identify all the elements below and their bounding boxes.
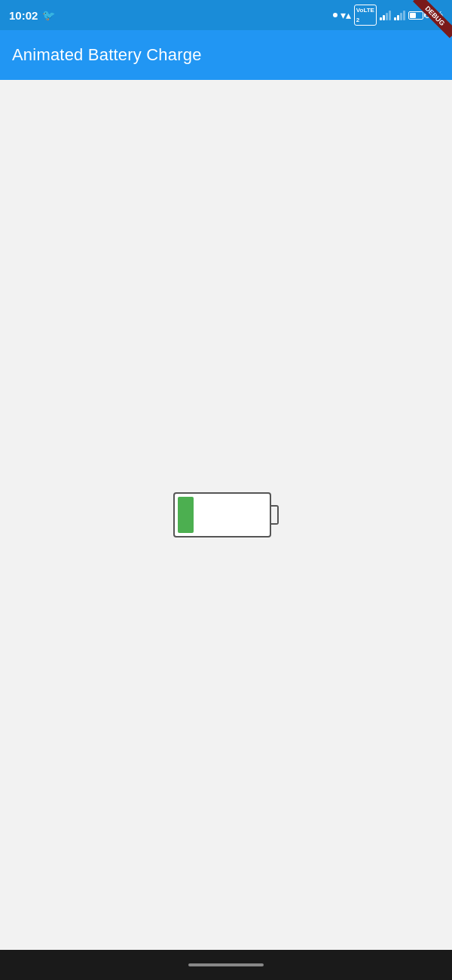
signal-bar-2 <box>383 15 385 20</box>
status-time: 10:02 <box>9 9 38 22</box>
debug-banner: DEBUG <box>407 0 452 45</box>
debug-label: DEBUG <box>414 0 452 38</box>
status-bar: 10:02 🐦 ▾▴ VoLTE2 52% <box>0 0 452 30</box>
signal-bar-6 <box>397 15 399 20</box>
bottom-nav-bar <box>0 950 452 980</box>
signal-bar-8 <box>403 11 405 20</box>
lte-badge: VoLTE2 <box>354 5 377 26</box>
signal-bars <box>380 10 391 20</box>
battery-charge-fill <box>178 497 194 533</box>
app-bar: Animated Battery Charge <box>0 30 452 80</box>
wifi-icon: ▾▴ <box>341 9 351 21</box>
signal-bar-3 <box>386 13 388 20</box>
signal-bar-1 <box>380 17 382 20</box>
signal-bar-4 <box>389 11 391 20</box>
signal-bar-7 <box>400 13 402 20</box>
battery-animation-container <box>173 492 279 537</box>
battery-tip <box>271 505 279 525</box>
network-dot <box>333 13 337 17</box>
page-title: Animated Battery Charge <box>12 45 202 65</box>
twitter-icon: 🐦 <box>42 9 55 21</box>
signal-bar-5 <box>394 17 396 20</box>
home-indicator <box>188 963 264 966</box>
status-bar-left: 10:02 🐦 <box>9 9 55 22</box>
battery-body <box>173 492 271 537</box>
main-content <box>0 80 452 950</box>
signal-bars-2 <box>394 10 405 20</box>
